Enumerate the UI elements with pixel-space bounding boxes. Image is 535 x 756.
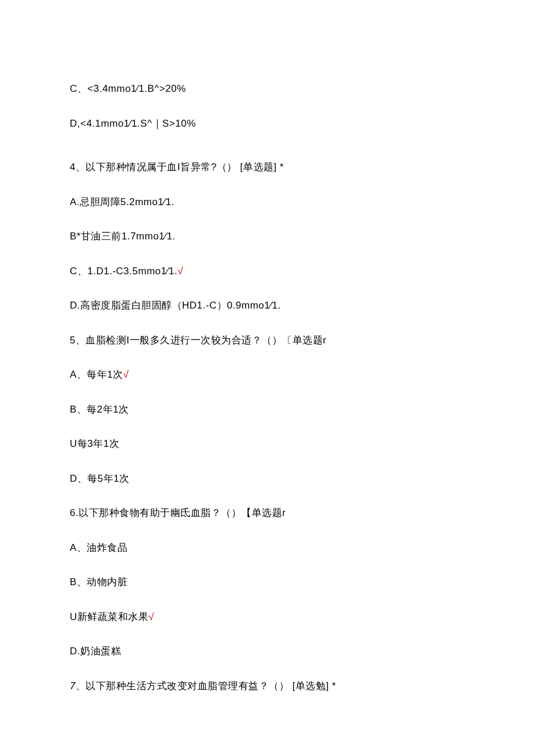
q6-option-a: A、油炸食品 <box>70 540 465 556</box>
q4-option-d: D.高密度脂蛋白胆固醇（HD1.-C）0.9mmo1∕1. <box>70 298 465 313</box>
q6-stem: 6.以下那种食物有助于幽氐血脂？（）【单选题r <box>70 506 465 521</box>
q4-option-c: C、1.D1.-C3.5mmo1∕1.√ <box>70 264 465 279</box>
q3-option-d: D,<4.1mmo1∕1.S^｜S>10% <box>70 116 465 131</box>
q4-option-b: B*甘油三前1.7mmo1∕1. <box>70 229 465 244</box>
q7-number: 7 <box>70 680 76 691</box>
q5-stem: 5、血脂检测I一般多久进行一次较为合适？（）〔单选题r <box>70 333 465 348</box>
q5-option-a: A、每年1次√ <box>70 367 465 382</box>
check-icon: √ <box>148 611 154 622</box>
q5-option-c: U每3年1次 <box>70 436 465 452</box>
q6-option-b: B、动物内脏 <box>70 575 465 590</box>
q4-stem: 4、以下那种情况属于血I旨异常?（） [单选题] * <box>70 160 465 175</box>
check-icon: √ <box>177 266 183 277</box>
q4-option-c-text: C、1.D1.-C3.5mmo1∕1. <box>70 266 177 277</box>
q4-option-a: A.忌胆周障5.2mmo1∕1. <box>70 195 465 210</box>
q6-option-c: U新鲜蔬菜和水果√ <box>70 610 465 625</box>
q3-option-c: C、<3.4mmo1∕1.B^>20% <box>70 81 465 96</box>
q5-option-b: B、每2年1次 <box>70 402 465 417</box>
q6-option-c-text: U新鲜蔬菜和水果 <box>70 611 148 622</box>
check-icon: √ <box>123 369 129 380</box>
q7-stem: 7、以下那种生活方式改变对血脂管理有益？（） [单选勉] * <box>70 679 465 694</box>
q6-option-d: D.奶油蛋糕 <box>70 644 465 659</box>
q5-option-a-text: A、每年1次 <box>70 369 123 380</box>
q5-option-d: D、每5年1次 <box>70 471 465 486</box>
q7-stem-text: 、以下那种生活方式改变对血脂管理有益？（） [单选勉] * <box>76 680 336 691</box>
